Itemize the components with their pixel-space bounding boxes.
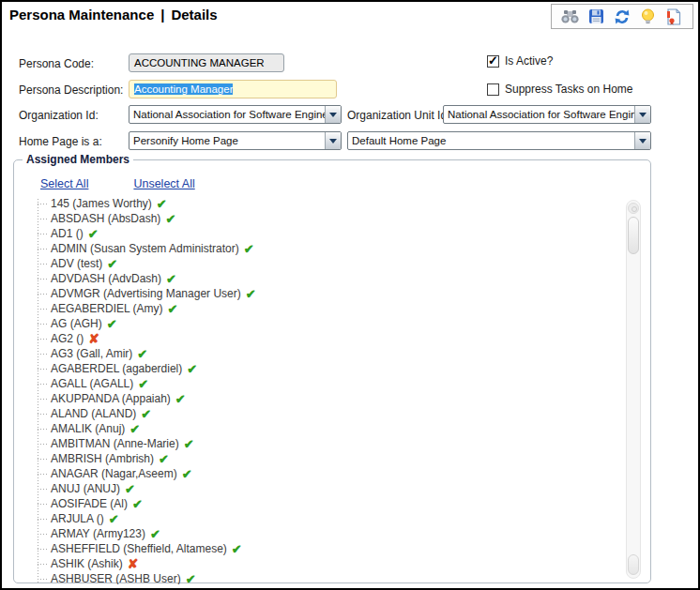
x-icon: ✘	[128, 557, 139, 570]
member-row[interactable]: AG2 () ✘	[25, 331, 626, 346]
scrollbar-top-button[interactable]	[628, 203, 639, 214]
suppress-tasks-label: Suppress Tasks on Home	[505, 83, 633, 96]
member-row[interactable]: ASHEFFIELD (Sheffield, Altamese) ✔	[25, 541, 626, 556]
tree-connector	[38, 459, 47, 460]
member-row[interactable]: AD1 () ✔	[25, 226, 626, 241]
member-row[interactable]: 145 (James Worthy) ✔	[25, 196, 626, 211]
select-all-link[interactable]: Select All	[40, 177, 88, 190]
member-row[interactable]: ALAND (ALAND) ✔	[25, 406, 626, 421]
unselect-all-link[interactable]: Unselect All	[133, 177, 194, 190]
member-row[interactable]: ADMIN (Susan System Administrator) ✔	[25, 241, 626, 256]
member-label: AG (AGH)	[51, 317, 102, 330]
check-icon: ✔	[109, 513, 119, 525]
member-label: AOSIFADE (Al)	[51, 497, 128, 510]
check-icon: ✔	[232, 543, 242, 555]
assigned-members-title: Assigned Members	[23, 153, 133, 166]
members-list[interactable]: 145 (James Worthy) ✔ ABSDASH (AbsDash) ✔…	[25, 196, 626, 584]
tree-connector	[38, 339, 47, 340]
check-icon: ✔	[107, 318, 117, 330]
member-row[interactable]: ADVMGR (Advertising Manager User) ✔	[25, 286, 626, 301]
tree-connector	[38, 324, 47, 325]
check-icon: ✔	[141, 408, 151, 420]
member-row[interactable]: AG3 (Gall, Amir) ✔	[25, 346, 626, 361]
check-icon: ✔	[157, 198, 167, 210]
check-icon: ✔	[88, 228, 99, 240]
tree-connector	[38, 294, 47, 295]
tree-connector	[38, 429, 47, 430]
member-row[interactable]: ADV (test) ✔	[25, 256, 626, 271]
members-scrollbar[interactable]	[626, 200, 641, 579]
member-label: AMBRISH (Ambrish)	[51, 452, 154, 465]
member-label: AKUPPANDA (Appaiah)	[51, 392, 171, 405]
member-row[interactable]: ARJULA () ✔	[25, 511, 626, 526]
tree-connector	[38, 204, 47, 204]
tree-connector	[38, 279, 47, 280]
member-row[interactable]: AMALIK (Anuj) ✔	[25, 421, 626, 436]
audit-document-icon[interactable]	[664, 8, 683, 26]
persona-description-field[interactable]: Accounting Manager	[129, 80, 337, 98]
check-icon: ✔	[137, 348, 147, 360]
check-icon: ✔	[246, 288, 256, 300]
is-active-checkbox[interactable]	[487, 55, 499, 68]
suppress-tasks-checkbox[interactable]	[487, 83, 499, 96]
binoculars-icon[interactable]	[561, 8, 580, 26]
tree-connector	[38, 549, 47, 550]
member-row[interactable]: AMBITMAN (Anne-Marie) ✔	[25, 436, 626, 451]
member-row[interactable]: AEGABERDIEL (Amy) ✔	[25, 301, 626, 316]
member-row[interactable]: ASHBUSER (ASHB User) ✔	[25, 571, 626, 584]
tree-connector	[38, 234, 47, 234]
member-row[interactable]: ARMAY (Army123) ✔	[25, 526, 626, 541]
tree-connector	[38, 384, 47, 385]
check-icon: ✔	[166, 273, 176, 285]
check-icon: ✔	[138, 378, 148, 390]
member-row[interactable]: AGALL (AGALL) ✔	[25, 376, 626, 391]
member-row[interactable]: AOSIFADE (Al) ✔	[25, 496, 626, 511]
chevron-down-icon[interactable]	[634, 132, 650, 149]
chevron-down-icon[interactable]	[634, 106, 650, 123]
member-row[interactable]: ADVDASH (AdvDash) ✔	[25, 271, 626, 286]
member-row[interactable]: AMBRISH (Ambrish) ✔	[25, 451, 626, 466]
home-page-type-value: Personify Home Page	[129, 135, 325, 146]
refresh-icon[interactable]	[613, 8, 632, 26]
scrollbar-thumb[interactable]	[628, 217, 639, 254]
member-label: ADVMGR (Advertising Manager User)	[51, 287, 241, 300]
chevron-down-icon[interactable]	[325, 132, 341, 149]
check-icon: ✔	[150, 528, 160, 540]
member-row[interactable]: ANUJ (ANUJ) ✔	[25, 481, 626, 496]
member-row[interactable]: ASHIK (Ashik) ✘	[25, 556, 626, 571]
member-label: ALAND (ALAND)	[51, 407, 136, 420]
member-row[interactable]: AGABERDEL (agaberdiel) ✔	[25, 361, 626, 376]
organization-id-select[interactable]: National Association for Software Engine	[129, 105, 342, 124]
page-title-divider: |	[160, 7, 164, 23]
member-label: ANUJ (ANUJ)	[51, 482, 120, 495]
home-page-type-select[interactable]: Personify Home Page	[129, 131, 342, 150]
member-row[interactable]: ABSDASH (AbsDash) ✔	[25, 211, 626, 226]
home-page-label: Home Page is a:	[19, 135, 102, 148]
is-active-checkbox-row: Is Active?	[487, 54, 553, 68]
check-icon: ✔	[182, 468, 192, 480]
tree-connector	[38, 579, 47, 580]
is-active-label: Is Active?	[505, 54, 553, 68]
tree-connector	[38, 489, 47, 490]
member-row[interactable]: AKUPPANDA (Appaiah) ✔	[25, 391, 626, 406]
lightbulb-icon[interactable]	[639, 8, 658, 26]
member-label: 145 (James Worthy)	[51, 197, 152, 210]
member-label: ADVDASH (AdvDash)	[51, 272, 161, 285]
organization-unit-id-select[interactable]: National Association for Software Engine	[443, 105, 651, 124]
home-page-select[interactable]: Default Home Page	[347, 131, 651, 150]
member-row[interactable]: AG (AGH) ✔	[25, 316, 626, 331]
chevron-down-icon[interactable]	[325, 106, 341, 123]
member-row[interactable]: ANAGAR (Nagar,Aseem) ✔	[25, 466, 626, 481]
tree-connector	[38, 309, 47, 310]
organization-id-label: Organization Id:	[19, 109, 99, 122]
x-icon: ✘	[88, 332, 99, 345]
suppress-tasks-checkbox-row: Suppress Tasks on Home	[487, 83, 633, 96]
persona-code-field[interactable]: ACCOUNTING MANAGER	[129, 53, 284, 72]
tree-connector	[38, 414, 47, 415]
scrollbar-bottom-button[interactable]	[628, 554, 639, 575]
tree-connector	[38, 264, 47, 265]
member-label: ARMAY (Army123)	[51, 527, 145, 540]
save-icon[interactable]	[586, 8, 605, 26]
member-label: AEGABERDIEL (Amy)	[51, 302, 163, 315]
tree-connector	[38, 249, 47, 250]
